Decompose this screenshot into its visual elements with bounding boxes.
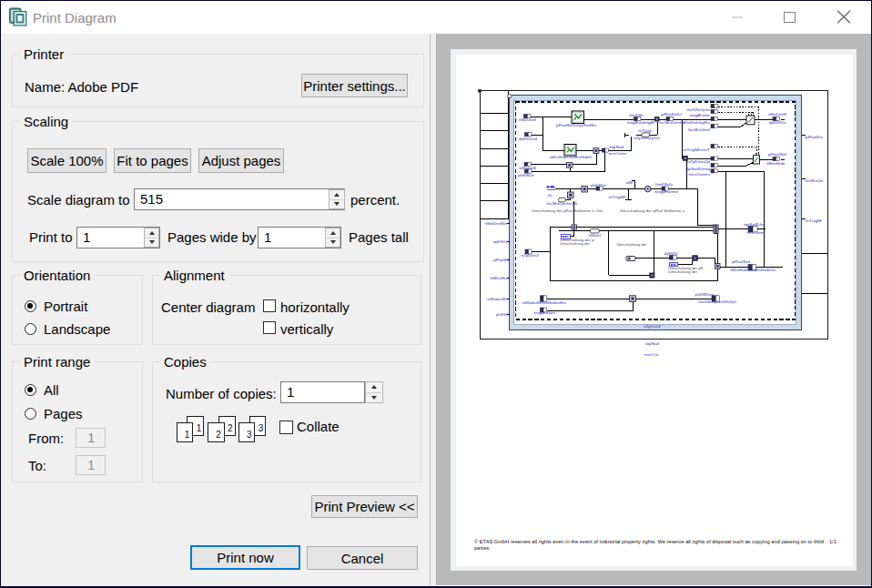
- svg-text:Umschaltung der: Umschaltung der: [560, 241, 590, 246]
- svg-text:pRailSol: pRailSol: [768, 152, 786, 157]
- svg-text:nZylUnnZylUn: nZylUnnZylUn: [634, 136, 660, 140]
- svg-text:© ETAS GmbH reserves all right: © ETAS GmbH reserves all rights even in …: [474, 539, 824, 544]
- svg-text:nMotUnnM: nMotUnnM: [519, 117, 536, 122]
- svg-text:pRa: pRa: [548, 193, 553, 198]
- svg-text:nZylUnnZ: nZylUnnZ: [522, 253, 540, 258]
- svg-text:mrsOutmrs: mrsOutmrs: [689, 172, 710, 177]
- svg-text:UmrKWnZyUmrKWnZyU: UmrKWnZyUmrKWnZyU: [698, 299, 736, 304]
- svg-text:UmrKWnZyUmr: UmrKWnZyUmr: [686, 107, 711, 112]
- svg-text:stModusMrsstModusMrs: stModusMrsstModusMrs: [522, 300, 567, 305]
- svg-text:tiMrsHubUntiMrsHubUnt: tiMrsHubUntiMrsHubUnt: [730, 268, 776, 272]
- svg-text:stTrigMr: stTrigMr: [608, 195, 627, 199]
- svg-text:tqiSol: tqiSol: [610, 145, 624, 149]
- svg-text:pRailIstU: pRailIstU: [661, 112, 682, 117]
- svg-text:Umschaltung der pRail Sollwert: Umschaltung der pRail Sollwerte u. Um: [532, 208, 603, 213]
- svg-text:phiKWUn: phiKWUn: [591, 183, 607, 188]
- svg-text:trigExttri: trigExttri: [534, 310, 556, 315]
- svg-text:stM: stM: [626, 180, 634, 185]
- svg-text:stModusMr: stModusMr: [487, 297, 508, 301]
- svg-text:dpESVU: dpESVU: [664, 251, 678, 256]
- svg-text:nMotUnnMot: nMotUnnMot: [485, 221, 508, 226]
- svg-text:phiKWUn: phiKWUn: [518, 173, 534, 177]
- svg-text:facMrsUmrf: facMrsUmrf: [688, 127, 711, 132]
- svg-text:mrsOutmr: mrsOutmr: [747, 230, 766, 235]
- svg-text:tiMrsHu: tiMrsHu: [491, 276, 508, 280]
- svg-text:stTrigM: stTrigM: [806, 218, 822, 223]
- svg-text:stTrig: stTrig: [638, 128, 652, 133]
- svg-text:stModusM: stModusM: [519, 166, 536, 170]
- svg-text:facMrsUm: facMrsUm: [806, 178, 825, 183]
- svg-text:dpESVU: dpESVU: [493, 239, 507, 244]
- svg-text:nZylUnnZyl: nZylUnnZyl: [687, 159, 710, 164]
- svg-text:UmrKWnZy: UmrKWnZy: [655, 182, 674, 187]
- svg-text:trigExttrigE: trigExttrigE: [627, 120, 655, 125]
- svg-text:tiMrsHub: tiMrsHub: [766, 161, 786, 166]
- svg-text:nMotUnnM: nMotUnnM: [768, 112, 786, 117]
- svg-text:trigExttri: trigExttri: [655, 189, 679, 194]
- svg-text:dpESVUnd: dpESVUnd: [519, 137, 537, 141]
- svg-text:pRailIst: pRailIst: [806, 135, 824, 139]
- svg-text:parties.: parties.: [474, 545, 491, 551]
- svg-text:tqiSollUntq: tqiSollUntq: [685, 167, 710, 171]
- svg-text:1/1: 1/1: [829, 539, 837, 544]
- svg-text:tqiSol: tqiSol: [645, 341, 659, 346]
- svg-text:pRailSollUnpRailSo: pRailSollUnpRailSo: [556, 123, 597, 127]
- svg-text:UmrKWn: UmrKWn: [629, 113, 644, 117]
- svg-text:phiKWUnp: phiKWUnp: [695, 292, 715, 297]
- svg-text:pRailSol: pRailSol: [732, 259, 750, 264]
- svg-text:Umschaltung der pRail Sollwert: Umschaltung der pRail Sollwerte u.: [620, 208, 686, 213]
- svg-text:Umschaltung der: Umschaltung der: [668, 269, 698, 274]
- svg-text:pRailIstUnpRa: pRailIstUnpRa: [682, 120, 711, 125]
- svg-text:tiMrsHubUntiMrsHubU: tiMrsHubUntiMrsHubU: [550, 155, 592, 159]
- svg-text:tqiSollUn: tqiSollUn: [744, 222, 764, 227]
- svg-text:phiKW: phiKW: [496, 312, 507, 317]
- svg-text:pRailS: pRailS: [493, 258, 507, 262]
- svg-text:mrsOutmr: mrsOutmr: [609, 151, 628, 156]
- svg-text:mrsOut: mrsOut: [644, 352, 659, 357]
- svg-text:Umschaltung der: Umschaltung der: [616, 242, 647, 247]
- svg-text:nMotU: nMotU: [588, 233, 601, 238]
- svg-text:trigExttr: trigExttr: [690, 113, 711, 117]
- svg-text:dpESVUn: dpESVUn: [769, 120, 786, 125]
- svg-text:nZylUnnZ: nZylUnnZ: [644, 324, 662, 329]
- svg-text:stTrigMrsstT: stTrigMrsstT: [683, 147, 711, 152]
